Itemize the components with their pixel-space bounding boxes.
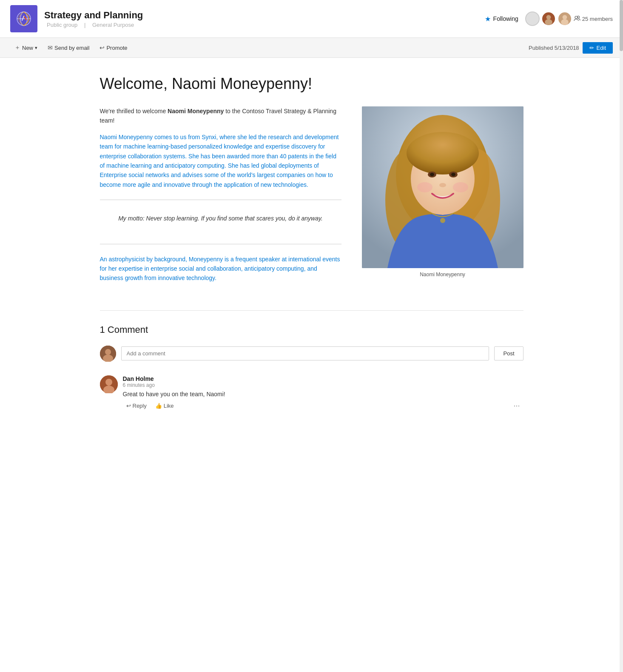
svg-point-6	[545, 19, 552, 25]
send-email-button[interactable]: ✉ Send by email	[43, 42, 94, 54]
comment-input-row: Post	[100, 346, 523, 362]
plus-icon: ＋	[14, 44, 20, 51]
comment-text: Great to have you on the team, Naomi!	[123, 391, 523, 397]
article-text: We're thrilled to welcome Naomi Moneypen…	[100, 106, 341, 290]
toolbar-right: Published 5/13/2018 ✏ Edit	[529, 42, 613, 54]
promote-button[interactable]: ↩ Promote	[95, 42, 131, 54]
motto-block: My motto: Never stop learning. If you fi…	[100, 210, 341, 233]
toolbar-left: ＋ New ▾ ✉ Send by email ↩ Promote	[10, 41, 132, 54]
scrollbar-track[interactable]	[620, 0, 623, 435]
edit-pencil-icon: ✏	[589, 45, 594, 51]
image-caption: Naomi Moneypenny	[362, 272, 523, 277]
new-button[interactable]: ＋ New ▾	[10, 41, 42, 54]
promote-label: Promote	[106, 45, 127, 51]
content-wrapper: Welcome, Naomi Moneypenny! We're thrille…	[86, 58, 537, 435]
divider-top	[100, 200, 341, 200]
intro-pre: We're thrilled to welcome	[100, 108, 168, 114]
send-email-label: Send by email	[54, 45, 89, 51]
group-header: Strategy and Planning Public group | Gen…	[0, 0, 623, 38]
avatar-ghost	[525, 11, 540, 26]
bio-text: Naomi Moneypenny comes to us from Synxi,…	[100, 134, 339, 188]
svg-point-8	[561, 19, 569, 25]
svg-line-4	[22, 16, 24, 20]
bio-paragraph: Naomi Moneypenny comes to us from Synxi,…	[100, 132, 341, 189]
article-body: We're thrilled to welcome Naomi Moneypen…	[100, 106, 523, 290]
article-image	[362, 106, 523, 268]
portrait-svg	[362, 106, 523, 268]
comments-section: 1 Comment Post	[100, 310, 523, 411]
svg-point-25	[440, 218, 445, 223]
svg-point-21	[451, 173, 455, 176]
comment-actions: ↩ Reply 👍 Like ···	[123, 401, 523, 411]
like-label: Like	[164, 403, 174, 409]
following-button[interactable]: ★ Following	[485, 15, 518, 23]
group-header-left: Strategy and Planning Public group | Gen…	[10, 5, 143, 32]
members-icon	[574, 15, 580, 22]
group-icon	[10, 5, 37, 32]
current-user-avatar	[100, 346, 116, 362]
bio-paragraph-2: An astrophysicist by background, Moneype…	[100, 255, 341, 283]
svg-point-17	[407, 132, 479, 174]
motto-text: My motto: Never stop learning. If you fi…	[107, 214, 335, 223]
article-title: Welcome, Naomi Moneypenny!	[100, 75, 523, 93]
reply-label: Reply	[133, 403, 147, 409]
svg-point-30	[105, 379, 112, 386]
svg-point-23	[453, 182, 468, 192]
comment-time: 6 minutes ago	[123, 382, 523, 388]
thumbs-up-icon: 👍	[155, 403, 162, 409]
svg-point-22	[417, 182, 432, 192]
group-purpose: General Purpose	[92, 22, 134, 28]
comment-author-name: Dan Holme	[123, 375, 523, 382]
published-date: Published 5/13/2018	[529, 45, 579, 51]
comments-title: 1 Comment	[100, 324, 523, 335]
new-label: New	[22, 45, 33, 51]
intro-bold: Naomi Moneypenny	[168, 108, 224, 114]
svg-point-20	[430, 173, 434, 176]
post-button[interactable]: Post	[494, 346, 523, 360]
email-icon: ✉	[48, 44, 53, 51]
promote-icon: ↩	[100, 44, 105, 51]
comment-more-button[interactable]: ···	[510, 401, 523, 410]
scrollbar-thumb[interactable]	[620, 0, 623, 51]
article-image-block: Naomi Moneypenny	[362, 106, 523, 277]
star-icon: ★	[485, 15, 491, 23]
svg-point-24	[439, 183, 446, 187]
like-button[interactable]: 👍 Like	[152, 401, 177, 411]
comment-content: Dan Holme 6 minutes ago Great to have yo…	[123, 375, 523, 411]
svg-point-27	[105, 349, 111, 355]
svg-point-5	[546, 15, 551, 20]
group-info: Strategy and Planning Public group | Gen…	[44, 10, 143, 28]
group-type: Public group	[47, 22, 77, 28]
reply-button[interactable]: ↩ Reply	[123, 401, 150, 411]
comment-item: Dan Holme 6 minutes ago Great to have yo…	[100, 375, 523, 411]
reply-icon: ↩	[126, 403, 131, 409]
intro-paragraph: We're thrilled to welcome Naomi Moneypen…	[100, 106, 341, 126]
group-meta: Public group | General Purpose	[44, 22, 143, 28]
group-name: Strategy and Planning	[44, 10, 143, 21]
meta-divider: |	[84, 22, 85, 28]
following-label: Following	[493, 15, 518, 22]
avatar-2	[558, 11, 572, 26]
edit-button[interactable]: ✏ Edit	[583, 42, 613, 54]
chevron-down-icon: ▾	[35, 45, 37, 51]
edit-label: Edit	[597, 45, 606, 51]
toolbar: ＋ New ▾ ✉ Send by email ↩ Promote Publis…	[0, 38, 623, 58]
avatar-1	[541, 11, 556, 26]
members-avatars: 25 members	[525, 11, 613, 26]
members-count-text: 25 members	[582, 16, 613, 22]
divider-bottom	[100, 244, 341, 244]
comment-input[interactable]	[121, 346, 489, 360]
svg-line-3	[24, 16, 26, 20]
svg-point-7	[562, 15, 567, 20]
post-label: Post	[503, 350, 514, 357]
bio-text-2: An astrophysicist by background, Moneype…	[100, 256, 340, 282]
group-header-right: ★ Following	[485, 11, 613, 26]
comment-author-avatar	[100, 375, 118, 393]
members-count: 25 members	[574, 15, 613, 22]
